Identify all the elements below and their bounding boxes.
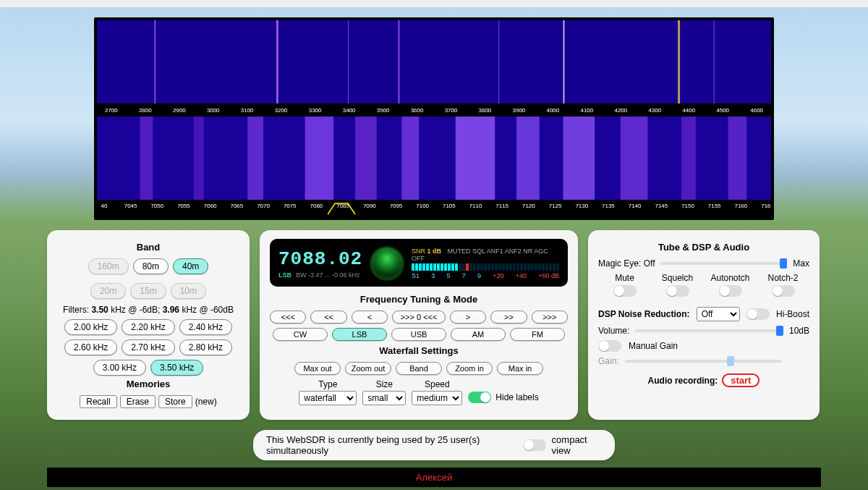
band-panel: Band 160m80m40m20m15m10m Filters: 3.50 k… [47, 230, 250, 420]
svg-text:3700: 3700 [445, 107, 458, 114]
gain-slider[interactable] [625, 360, 782, 363]
hiboost-toggle[interactable] [746, 308, 770, 320]
band-160m: 160m [88, 258, 129, 274]
filter-2.00kHz[interactable]: 2.00 kHz [64, 319, 117, 335]
band-15m: 15m [130, 283, 166, 299]
dsp-select[interactable]: Off [697, 307, 740, 321]
tune-step-button[interactable]: >>> [532, 311, 568, 324]
tuning-dial[interactable] [370, 246, 404, 281]
wf-zoom-in-button[interactable]: Zoom in [446, 362, 493, 375]
svg-rect-32 [140, 117, 153, 200]
filter-2.40kHz[interactable]: 2.40 kHz [179, 319, 232, 335]
record-button[interactable]: start [722, 373, 760, 387]
notch2-toggle[interactable] [772, 285, 795, 297]
frequency-readout[interactable]: 7088.02 [278, 248, 362, 270]
s-meter [412, 263, 559, 271]
recall-button[interactable]: Recall [80, 395, 116, 408]
speed-select[interactable]: medium [412, 391, 462, 405]
manual-gain-toggle[interactable] [598, 340, 621, 352]
svg-text:3500: 3500 [377, 107, 390, 114]
waterfall-settings-title: Waterfall Settings [270, 345, 568, 356]
tune-step-button[interactable]: < [352, 311, 388, 324]
filter-3.50kHz[interactable]: 3.50 kHz [150, 360, 203, 376]
svg-text:7075: 7075 [284, 203, 297, 209]
mute-toggle[interactable] [613, 285, 637, 297]
status-text: This WebSDR is currently being used by 2… [266, 434, 523, 456]
tune-step-button[interactable]: <<< [270, 311, 306, 324]
svg-text:7095: 7095 [390, 203, 403, 209]
status-bar: This WebSDR is currently being used by 2… [253, 430, 615, 460]
tune-step-button[interactable]: >>> 0 <<< [392, 311, 446, 324]
svg-rect-3 [276, 20, 278, 104]
filter-2.60kHz[interactable]: 2.60 kHz [64, 339, 117, 355]
mode-usb-button[interactable]: USB [391, 328, 446, 341]
mode-am-button[interactable]: AM [451, 328, 506, 341]
signal-flags: SNR 1 dB MUTED SQL ANF1 ANF2 NR AGC OFF [412, 248, 559, 262]
mode-indicator: LSB [278, 271, 292, 279]
waterfall-display[interactable]: 2700280029003000310032003300340035003600… [94, 17, 774, 220]
volume-slider[interactable] [635, 329, 783, 332]
size-select[interactable]: small [362, 391, 406, 405]
svg-text:7155: 7155 [708, 203, 721, 209]
band-40m[interactable]: 40m [173, 258, 208, 274]
bandwidth-indicator: BW -3.47 ... -0.06 kHz [296, 271, 360, 279]
svg-text:7130: 7130 [575, 203, 588, 209]
hide-labels-toggle[interactable] [468, 392, 491, 403]
svg-text:3900: 3900 [513, 107, 526, 114]
filter-3.00kHz[interactable]: 3.00 kHz [93, 360, 146, 376]
svg-text:3200: 3200 [275, 107, 288, 114]
svg-text:2900: 2900 [173, 107, 186, 114]
mode-lsb-button[interactable]: LSB [332, 328, 387, 341]
compact-view-toggle[interactable] [523, 439, 546, 451]
svg-text:7140: 7140 [629, 203, 642, 209]
svg-text:40: 40 [101, 203, 108, 209]
tune-step-button[interactable]: >> [490, 311, 527, 324]
filter-2.80kHz[interactable]: 2.80 kHz [179, 339, 232, 355]
size-label: Size [376, 379, 393, 389]
svg-text:7045: 7045 [124, 203, 137, 209]
svg-rect-6 [498, 20, 499, 104]
wf-zoom-out-button[interactable]: Zoom out [345, 362, 391, 375]
svg-text:7090: 7090 [363, 203, 376, 209]
autonotch-label: Autonotch [710, 273, 749, 283]
band-10m: 10m [171, 283, 206, 299]
magic-eye-label: Magic Eye: Off [598, 258, 655, 269]
type-select[interactable]: waterfall [299, 391, 357, 405]
wf-max-out-button[interactable]: Max out [294, 362, 341, 375]
svg-text:7055: 7055 [177, 203, 190, 209]
mode-cw-button[interactable]: CW [273, 328, 328, 341]
svg-text:7060: 7060 [204, 203, 217, 209]
svg-rect-41 [621, 117, 648, 200]
svg-text:3600: 3600 [411, 107, 424, 114]
radio-display: 7088.02 LSBBW -3.47 ... -0.06 kHz SNR 1 … [270, 239, 568, 287]
svg-rect-10 [97, 104, 771, 117]
autonotch-toggle[interactable] [719, 285, 742, 297]
squelch-toggle[interactable] [666, 285, 689, 297]
tune-step-button[interactable]: << [310, 311, 346, 324]
wf-band-button[interactable]: Band [396, 362, 442, 375]
tune-step-button[interactable]: > [450, 311, 486, 324]
svg-text:7080: 7080 [310, 203, 323, 209]
volume-label: Volume: [598, 326, 629, 336]
svg-text:4200: 4200 [614, 107, 627, 114]
type-label: Type [318, 379, 337, 389]
gain-label: Gain: [598, 356, 619, 366]
magic-eye-slider[interactable] [660, 262, 787, 265]
filter-2.20kHz[interactable]: 2.20 kHz [122, 319, 174, 335]
svg-rect-38 [456, 117, 495, 200]
band-20m: 20m [90, 283, 126, 299]
erase-button[interactable]: Erase [120, 395, 156, 408]
store-button[interactable]: Store [158, 395, 192, 408]
band-80m[interactable]: 80m [133, 258, 169, 274]
svg-text:7065: 7065 [231, 203, 244, 209]
svg-rect-43 [728, 117, 747, 200]
filter-2.70kHz[interactable]: 2.70 kHz [122, 339, 174, 355]
svg-text:7160: 7160 [735, 203, 748, 209]
svg-rect-39 [516, 117, 540, 200]
svg-text:7105: 7105 [443, 203, 456, 209]
svg-text:7135: 7135 [602, 203, 615, 209]
mode-fm-button[interactable]: FM [510, 328, 565, 341]
speed-label: Speed [425, 379, 450, 389]
wf-max-in-button[interactable]: Max in [497, 362, 543, 375]
username-bar: Алексей [47, 468, 821, 487]
